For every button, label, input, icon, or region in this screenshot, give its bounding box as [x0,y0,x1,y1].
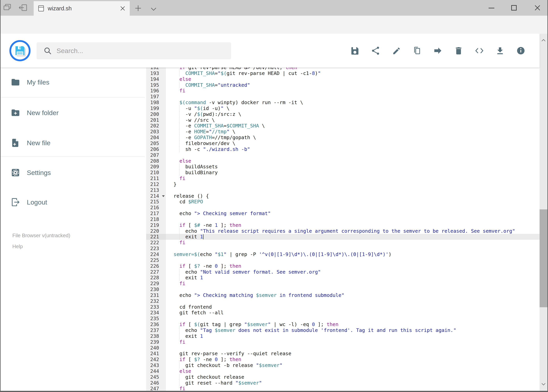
line-number: 239 [146,339,166,345]
tab-title: wizard.sh [48,5,72,12]
page-icon [38,5,45,12]
code-line: 223 [146,246,540,252]
share-button[interactable] [371,46,380,55]
line-number: 246 [146,380,166,386]
indent-guide [179,374,180,380]
sidebar-item-my-files[interactable]: My files [0,76,137,88]
sidebar-item-label: Settings [27,169,51,176]
line-number: 237 [146,327,166,333]
code-line: 247 fi [146,386,540,391]
delete-button[interactable] [454,46,463,55]
line-number: 231 [146,292,166,298]
sidebar-item-label: My files [27,78,49,86]
code-line: 214release () { [146,193,540,199]
code-line: 203 -e HOME="//tmp" \ [146,129,540,135]
scrollbar-thumb[interactable] [540,210,548,307]
source-code-button[interactable] [475,46,484,55]
search-input[interactable] [56,47,217,55]
line-number: 210 [146,170,166,175]
code-line: 227 echo "Not valid semver format. See s… [146,269,540,275]
tab-preview-icon[interactable] [3,3,12,13]
code-line: 193 COMMIT_SHA="$(git rev-parse HEAD | c… [146,70,540,76]
new-tab-button[interactable] [134,4,142,12]
sidebar-item-settings[interactable]: Settings [0,166,137,179]
code-line: 234 git fetch --all [146,310,540,316]
search-icon [44,47,52,55]
info-button[interactable] [516,46,526,55]
help-link[interactable]: Help [12,241,70,252]
line-number: 211 [146,175,166,182]
indent-guide [179,140,180,146]
line-number: 236 [146,322,166,327]
window-maximize-button[interactable] [510,4,518,12]
edit-button[interactable] [392,46,401,55]
code-line: 199 -u "$(id -u)" \ [146,105,540,111]
code-line: 232 [146,298,540,304]
code-line: 202 -e COMMIT_SHA=$COMMIT_SHA \ [146,123,540,129]
line-number: 208 [146,158,166,164]
line-number: 199 [146,105,166,111]
window-border-bottom [0,391,548,392]
sidebar-item-label: New file [27,139,50,147]
set-tabs-aside-icon[interactable] [18,3,28,13]
save-button[interactable] [350,46,360,55]
sidebar-divider [0,156,145,157]
code-editor[interactable]: 192 if git rev-parse HEAD &> /dev/null; … [146,68,540,391]
search-box[interactable] [37,42,231,59]
sidebar-item-label: Logout [27,198,47,206]
indent-guide [179,363,180,368]
indent-guide [179,135,180,140]
indent-guide [179,111,180,117]
code-line: 244 else [146,368,540,374]
window-close-button[interactable] [533,4,542,12]
line-number: 234 [146,310,166,316]
code-line: 243 git checkout -b release "$semver" [146,363,540,368]
line-number: 219 [146,222,166,228]
download-button[interactable] [495,46,505,55]
code-line: 201 -w //src \ [146,117,540,123]
line-number: 200 [146,111,166,117]
sidebar-item-logout[interactable]: Logout [0,196,137,208]
code-line: 205 filebrowser/dev \ [146,140,540,146]
code-line: 198 $(command -v winpty) docker run --rm… [146,100,540,105]
line-number: 207 [146,152,166,158]
page-scrollbar[interactable] [540,34,548,391]
line-number: 193 [146,70,166,76]
code-line: 241 git rev-parse --verify --quiet relea… [146,351,540,357]
code-line: 235 [146,316,540,322]
indent-guide [179,70,180,76]
line-number: 202 [146,123,166,129]
floppy-icon [15,45,25,56]
code-line: 225 [146,257,540,263]
indent-guide [179,275,180,281]
code-line: 208 else [146,158,540,164]
sidebar-item-new-folder[interactable]: New folder [0,106,137,119]
line-number: 216 [146,205,166,210]
settings-icon [11,168,20,177]
tab-preview-chevron-icon[interactable] [150,5,158,12]
code-line: 238 exit 1 [146,333,540,339]
sidebar-item-new-file[interactable]: New file [0,137,137,149]
fold-arrow-icon[interactable] [162,195,165,197]
indent-guide [179,164,180,170]
code-line: 239 fi [146,339,540,345]
scroll-down-arrow-icon[interactable] [540,381,547,387]
browser-tab[interactable]: wizard.sh [34,1,130,16]
line-number: 225 [146,257,166,263]
tab-close-icon[interactable] [119,5,126,12]
sidebar-item-label: New folder [27,109,59,117]
indent-guide [179,333,180,339]
move-button[interactable] [433,46,443,55]
line-number: 195 [146,82,166,88]
window-minimize-button[interactable] [487,4,496,12]
code-line: 210 buildBinary [146,170,540,175]
scroll-up-arrow-icon[interactable] [540,37,547,43]
code-line: 220 echo "This release script requires a… [146,228,540,234]
code-line: 192 if git rev-parse HEAD &> /dev/null; … [146,68,540,70]
browser-navbar: filebrowser.web/files/wizard.sh [0,16,548,34]
app-version-text: File Browser v(untracked) [12,230,70,241]
copy-button[interactable] [412,46,422,55]
code-line: 211 fi [146,175,540,182]
code-lines: 192 if git rev-parse HEAD &> /dev/null; … [146,68,540,391]
indent-guide [179,170,180,175]
